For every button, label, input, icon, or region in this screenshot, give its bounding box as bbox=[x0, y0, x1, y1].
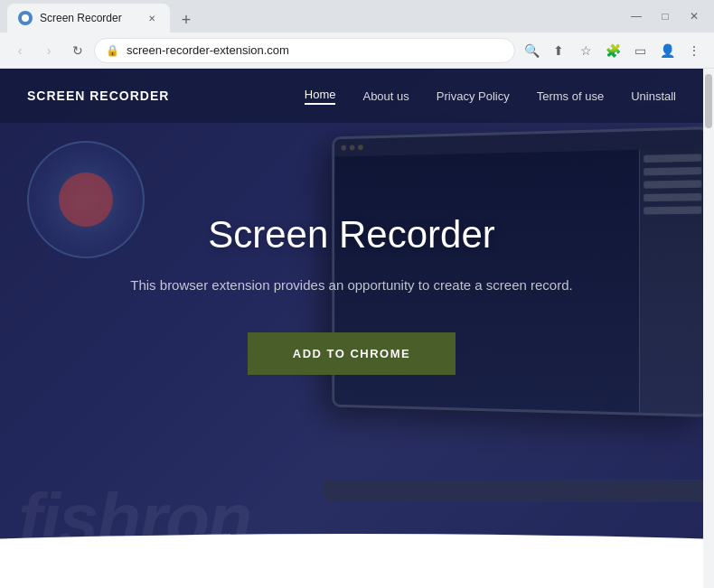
hero-title: Screen Recorder bbox=[208, 213, 494, 257]
toolbar: ‹ › ↻ 🔒 screen-recorder-extension.com 🔍 … bbox=[0, 33, 714, 69]
nav-link-uninstall[interactable]: Uninstall bbox=[631, 89, 676, 103]
address-text: screen-recorder-extension.com bbox=[127, 43, 503, 57]
lock-icon: 🔒 bbox=[106, 44, 119, 57]
site-nav: SCREEN RECORDER Home About us Privacy Po… bbox=[0, 69, 703, 123]
nav-link-about[interactable]: About us bbox=[362, 89, 409, 103]
tab-title: Screen Recorder bbox=[40, 12, 122, 24]
scrollbar[interactable] bbox=[703, 69, 714, 588]
sidebar-icon[interactable]: ▭ bbox=[627, 38, 653, 63]
scrollbar-thumb[interactable] bbox=[705, 74, 712, 128]
add-to-chrome-button[interactable]: ADD TO CHROME bbox=[248, 332, 456, 375]
nav-link-home[interactable]: Home bbox=[305, 88, 336, 105]
content-area: fishron SCREEN RECORDER Home About us Pr… bbox=[0, 69, 714, 588]
minimize-button[interactable]: — bbox=[624, 4, 649, 29]
close-button[interactable]: ✕ bbox=[681, 4, 707, 29]
screen-dot-2 bbox=[350, 145, 355, 150]
site-logo: SCREEN RECORDER bbox=[27, 89, 169, 103]
extensions-icon[interactable]: 🧩 bbox=[600, 38, 625, 63]
page-content: fishron SCREEN RECORDER Home About us Pr… bbox=[0, 69, 703, 588]
toolbar-icons: 🔍 ⬆ ☆ 🧩 ▭ 👤 ⋮ bbox=[519, 38, 707, 63]
website: fishron SCREEN RECORDER Home About us Pr… bbox=[0, 69, 703, 588]
back-button[interactable]: ‹ bbox=[7, 38, 33, 63]
title-bar: Screen Recorder ✕ + — □ ✕ bbox=[0, 0, 714, 33]
screen-dot-3 bbox=[358, 145, 363, 150]
tab-favicon bbox=[18, 11, 33, 25]
search-icon[interactable]: 🔍 bbox=[519, 38, 544, 63]
forward-button[interactable]: › bbox=[36, 38, 61, 63]
tab-strip: Screen Recorder ✕ + bbox=[7, 0, 616, 33]
address-bar[interactable]: 🔒 screen-recorder-extension.com bbox=[94, 38, 515, 63]
nav-links: Home About us Privacy Policy Terms of us… bbox=[305, 88, 676, 105]
tab-close-button[interactable]: ✕ bbox=[145, 11, 159, 25]
window-controls: — □ ✕ bbox=[624, 4, 707, 29]
screen-dot-1 bbox=[342, 145, 347, 151]
new-tab-button[interactable]: + bbox=[174, 7, 199, 33]
bookmark-icon[interactable]: ☆ bbox=[573, 38, 598, 63]
maximize-button[interactable]: □ bbox=[653, 4, 678, 29]
nav-link-terms[interactable]: Terms of use bbox=[537, 89, 604, 103]
active-tab[interactable]: Screen Recorder ✕ bbox=[7, 4, 170, 33]
tab-favicon-inner bbox=[22, 14, 29, 22]
reload-button[interactable]: ↻ bbox=[65, 38, 90, 63]
laptop-base bbox=[323, 480, 703, 502]
share-icon[interactable]: ⬆ bbox=[546, 38, 571, 63]
hero-content: Screen Recorder This browser extension p… bbox=[0, 159, 703, 411]
bottom-wave bbox=[0, 534, 703, 588]
browser-window: Screen Recorder ✕ + — □ ✕ ‹ › ↻ 🔒 screen… bbox=[0, 0, 714, 588]
menu-icon[interactable]: ⋮ bbox=[681, 38, 707, 63]
profile-icon[interactable]: 👤 bbox=[654, 38, 680, 63]
nav-link-privacy[interactable]: Privacy Policy bbox=[437, 89, 510, 103]
hero-subtitle: This browser extension provides an oppor… bbox=[130, 275, 572, 296]
